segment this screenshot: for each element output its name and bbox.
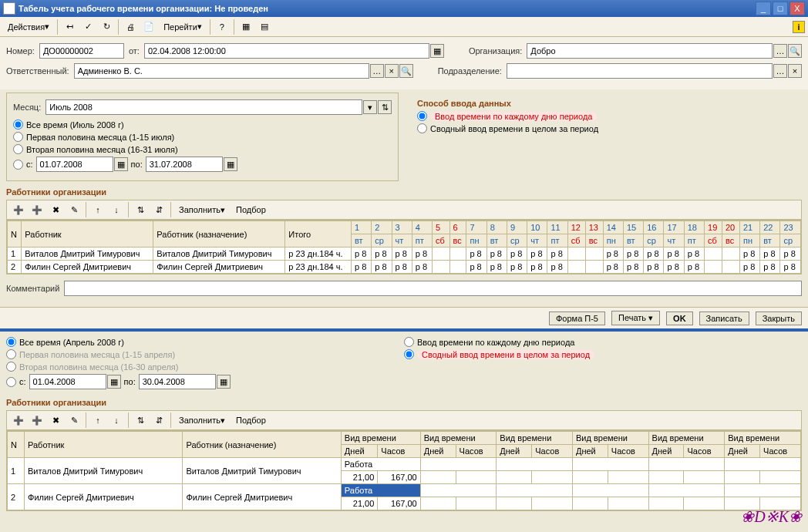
radio-daily[interactable]: Ввод времени по каждому дню периода [417,111,796,121]
lower-period: Все время (Апрель 2008 г) Первая половин… [6,335,404,392]
from-label: от: [129,46,140,56]
to-date[interactable] [146,157,223,172]
org-label: Организация: [469,46,522,56]
save-button[interactable]: Записать [699,311,749,325]
calendar-icon[interactable]: ▦ [224,157,237,171]
doc-icon[interactable]: 📄 [140,19,157,35]
print-button[interactable]: Печать ▾ [611,311,660,325]
comment-input[interactable] [64,281,802,296]
calendar-icon[interactable]: ▦ [114,157,128,171]
clear-icon[interactable]: × [385,64,399,78]
select-icon[interactable]: … [370,64,384,78]
up-icon[interactable]: ↑ [89,412,106,429]
comment-label: Комментарий [6,284,59,293]
down-icon[interactable]: ↓ [108,201,125,218]
to-date2[interactable] [139,374,216,389]
app-icon [3,2,15,15]
radio-second2[interactable]: Вторая половина месяца (16-30 апреля) [6,362,404,372]
radio-first[interactable]: Первая половина месяца (1-15 июля) [13,132,392,142]
minimize-button[interactable]: _ [756,2,771,15]
radio-second[interactable]: Вторая половина месяца (16-31 июля) [13,144,392,154]
dept-label: Подразделение: [438,66,502,76]
sort2-icon[interactable]: ⇵ [150,412,167,429]
workers-title2: Работники организации [0,395,808,410]
unpost-icon[interactable]: ↻ [98,19,115,35]
menu-actions[interactable]: Действия ▾ [3,19,54,35]
edit-icon[interactable]: ✎ [66,201,82,218]
menu-pick[interactable]: Подбор [231,201,271,218]
calendar-icon[interactable]: ▦ [107,375,121,389]
search-icon[interactable]: 🔍 [399,64,413,78]
radio-summary2[interactable]: Сводный ввод времени в целом за период [404,349,802,359]
post-icon[interactable]: ✓ [79,19,96,35]
period-panel: Месяц: ▾⇅ Все время (Июль 2008 г) Первая… [6,93,399,181]
add2-icon[interactable]: ➕ [29,412,45,429]
watermark: ❀D※K❀ [741,507,802,526]
del-icon[interactable]: ✖ [47,412,64,429]
date-input[interactable] [144,43,429,59]
from-date[interactable] [36,157,113,172]
calendar-icon[interactable]: ▦ [430,44,444,58]
radio-all2[interactable]: Все время (Апрель 2008 г) [6,337,404,347]
radio-all[interactable]: Все время (Июль 2008 г) [13,120,392,130]
header-panel: Номер: от: ▦ Организация: …🔍 Ответственн… [0,37,808,89]
stepper-icon[interactable]: ⇅ [378,100,392,114]
dept-input[interactable] [507,63,773,79]
footer: Форма П-5 Печать ▾ OK Записать Закрыть [0,307,808,328]
resp-label: Ответственный: [6,66,69,76]
clear-icon[interactable]: × [788,64,802,78]
number-label: Номер: [6,46,35,56]
radio-summary[interactable]: Сводный ввод времени в целом за период [417,123,796,133]
menu-goto[interactable]: Перейти ▾ [159,19,207,35]
del-icon[interactable]: ✖ [47,201,64,218]
radio-first2[interactable]: Первая половина месяца (1-15 апреля) [6,349,404,359]
nav-back-icon[interactable]: ↤ [61,19,78,35]
main-toolbar: Действия ▾ ↤ ✓ ↻ 🖨 📄 Перейти ▾ ? ▦ ▤ i [0,17,808,37]
radio-daily2[interactable]: Ввод времени по каждому дню периода [404,337,802,347]
menu-fill[interactable]: Заполнить ▾ [174,412,230,429]
workers-title: Работники организации [0,184,808,200]
edit-icon[interactable]: ✎ [66,412,82,429]
dropdown-icon[interactable]: ▾ [363,100,377,114]
add-icon[interactable]: ➕ [10,412,27,429]
sort-icon[interactable]: ⇅ [132,201,149,218]
method-panel: Способ ввода данных Ввод времени по кажд… [411,93,802,181]
month-input[interactable] [45,99,362,115]
titlebar: Табель учета рабочего времени организаци… [0,0,808,17]
sort2-icon[interactable]: ⇵ [150,201,167,218]
down-icon[interactable]: ↓ [108,412,125,429]
workers-table[interactable]: NРаботникРаботник (назначение)Итого12345… [6,220,802,274]
menu-pick[interactable]: Подбор [231,412,271,429]
close-button[interactable]: X [789,2,805,15]
form-button[interactable]: Форма П-5 [549,311,605,325]
print-icon[interactable]: 🖨 [122,19,139,35]
month-label: Месяц: [13,103,41,112]
grid1-icon[interactable]: ▦ [237,19,254,35]
ok-button[interactable]: OK [666,311,693,325]
from-date2[interactable] [29,374,106,389]
radio-custom2[interactable]: с: ▦ по: ▦ [6,374,404,389]
info-icon[interactable]: i [793,21,805,33]
sort-icon[interactable]: ⇅ [132,412,149,429]
lower-method: Ввод времени по каждому дню периода Свод… [404,335,802,392]
method-title: Способ ввода данных [417,99,796,108]
resp-input[interactable] [74,63,369,79]
select-icon[interactable]: … [773,64,787,78]
menu-fill[interactable]: Заполнить ▾ [174,201,230,218]
add-icon[interactable]: ➕ [10,201,27,218]
close-button[interactable]: Закрыть [756,311,802,325]
number-input[interactable] [39,43,124,59]
org-input[interactable] [527,43,773,59]
add2-icon[interactable]: ➕ [29,201,45,218]
window-title: Табель учета рабочего времени организаци… [19,4,754,13]
select-icon[interactable]: … [773,44,787,58]
search-icon[interactable]: 🔍 [788,44,802,58]
workers-table2[interactable]: NРаботникРаботник (назначение)Вид времен… [6,430,802,511]
maximize-button[interactable]: □ [773,2,788,15]
grid2-icon[interactable]: ▤ [256,19,273,35]
calendar-icon[interactable]: ▦ [217,375,231,389]
help-icon[interactable]: ? [214,19,231,35]
up-icon[interactable]: ↑ [89,201,106,218]
radio-custom[interactable]: с: ▦ по: ▦ [13,157,392,172]
